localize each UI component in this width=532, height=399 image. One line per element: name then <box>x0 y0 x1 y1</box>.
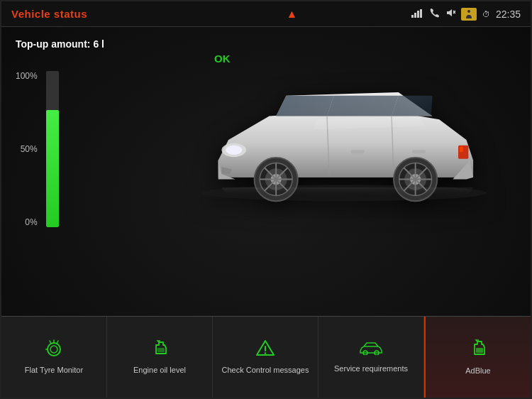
tab-adblue-label: AdBlue <box>465 366 490 376</box>
bar-labels: 100% 50% 0% <box>16 71 38 227</box>
svg-point-38 <box>265 352 266 354</box>
bottom-tabs: Flat Tyre Monitor Engine oil level <box>1 316 531 398</box>
car-svg <box>181 69 507 211</box>
tab-engine-oil[interactable]: Engine oil level <box>107 317 213 398</box>
tab-adblue[interactable]: AdBlue <box>424 317 531 398</box>
person-warning-icon <box>461 8 477 21</box>
svg-rect-36 <box>157 348 165 352</box>
engine-oil-icon <box>150 339 169 361</box>
tab-flat-tyre-label: Flat Tyre Monitor <box>25 365 83 375</box>
main-content: Top-up amount: 6 l 100% 50% 0% OK <box>1 27 531 253</box>
car-image-container <box>172 38 516 241</box>
adblue-icon <box>469 339 487 361</box>
svg-rect-14 <box>460 147 463 153</box>
topup-amount: Top-up amount: 6 l <box>16 38 172 50</box>
tab-check-control-label: Check Control messages <box>222 365 309 375</box>
tab-engine-oil-label: Engine oil level <box>133 365 186 375</box>
screen: Vehicle status ▲ <box>0 0 532 399</box>
bar-label-50: 50% <box>16 144 38 154</box>
top-bar: Vehicle status ▲ <box>1 1 531 27</box>
bar-label-0: 0% <box>16 217 38 227</box>
svg-rect-1 <box>414 13 416 18</box>
page-title: Vehicle status <box>11 8 87 20</box>
service-icon <box>360 341 382 359</box>
clock-icon: ⏱ <box>482 10 490 18</box>
status-icons: ⏱ 22:35 <box>411 8 521 21</box>
svg-rect-3 <box>420 9 422 18</box>
svg-rect-41 <box>476 348 483 353</box>
bar-label-100: 100% <box>16 71 38 81</box>
car-panel: OK <box>172 38 516 241</box>
svg-rect-31 <box>351 150 365 153</box>
svg-point-34 <box>50 346 57 353</box>
svg-point-12 <box>226 146 242 155</box>
tab-flat-tyre[interactable]: Flat Tyre Monitor <box>1 317 107 398</box>
svg-rect-2 <box>417 11 419 18</box>
flat-tyre-icon <box>44 339 64 361</box>
chevron-up-icon[interactable]: ▲ <box>287 8 298 21</box>
check-control-icon <box>255 339 275 361</box>
svg-point-7 <box>467 10 470 13</box>
bar-chart: 100% 50% 0% <box>16 57 172 227</box>
svg-rect-0 <box>411 15 414 18</box>
mute-icon <box>445 8 455 20</box>
ok-status: OK <box>214 53 231 65</box>
bar-fill <box>46 110 59 227</box>
tab-check-control[interactable]: Check Control messages <box>213 317 318 398</box>
phone-icon <box>430 8 440 20</box>
svg-point-33 <box>48 343 60 356</box>
signal-icon <box>411 9 424 20</box>
time-display: 22:35 <box>496 9 521 20</box>
svg-marker-4 <box>447 9 452 16</box>
left-panel: Top-up amount: 6 l 100% 50% 0% <box>16 38 172 241</box>
bar-column <box>46 71 59 227</box>
svg-rect-32 <box>412 150 426 153</box>
tab-service-label: Service requirements <box>334 364 408 373</box>
tab-service[interactable]: Service requirements <box>318 317 424 398</box>
